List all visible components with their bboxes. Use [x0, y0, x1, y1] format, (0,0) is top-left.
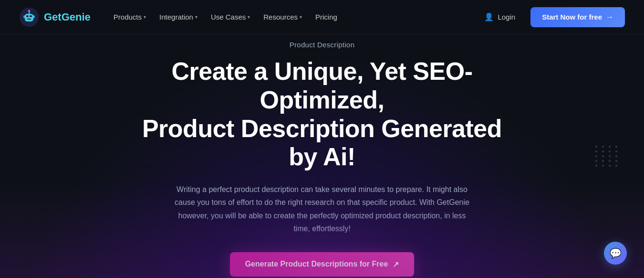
- hero-title: Create a Unique, Yet SEO-Optimized, Prod…: [126, 57, 518, 171]
- nav-item-resources[interactable]: Resources ▾: [258, 9, 308, 25]
- hero-subtitle: Writing a perfect product description ca…: [174, 183, 470, 235]
- external-link-icon: ↗: [393, 260, 399, 269]
- chat-bubble-button[interactable]: 💬: [604, 242, 627, 265]
- hero-section: Product Description Create a Unique, Yet…: [0, 34, 644, 278]
- chevron-down-icon: ▾: [195, 14, 197, 20]
- hero-tag: Product Description: [290, 41, 355, 49]
- svg-rect-8: [33, 15, 35, 18]
- cta-button[interactable]: Generate Product Descriptions for Free ↗: [230, 252, 415, 277]
- nav-right: 👤 Login Start Now for free →: [478, 7, 625, 27]
- nav-item-integration[interactable]: Integration ▾: [154, 9, 203, 25]
- nav-item-products[interactable]: Products ▾: [108, 9, 152, 25]
- user-icon: 👤: [484, 12, 494, 21]
- chevron-down-icon: ▾: [300, 14, 302, 20]
- svg-rect-3: [30, 15, 32, 17]
- arrow-right-icon: →: [606, 13, 613, 21]
- logo[interactable]: GetGenie: [19, 7, 91, 27]
- nav-left: GetGenie Products ▾ Integration ▾ Use Ca…: [19, 7, 343, 27]
- svg-point-6: [28, 10, 31, 12]
- chat-icon: 💬: [610, 247, 622, 259]
- start-now-button[interactable]: Start Now for free →: [530, 7, 625, 27]
- logo-text: GetGenie: [44, 11, 91, 23]
- svg-rect-1: [25, 14, 33, 21]
- svg-rect-7: [23, 15, 25, 18]
- nav-item-use-cases[interactable]: Use Cases ▾: [205, 9, 256, 25]
- logo-icon: [19, 7, 39, 27]
- navbar: GetGenie Products ▾ Integration ▾ Use Ca…: [0, 0, 644, 34]
- svg-rect-4: [27, 19, 31, 20]
- nav-links: Products ▾ Integration ▾ Use Cases ▾ Res…: [108, 9, 343, 25]
- svg-rect-2: [26, 15, 29, 17]
- login-button[interactable]: 👤 Login: [478, 9, 521, 25]
- dots-decoration: [595, 146, 619, 167]
- nav-item-pricing[interactable]: Pricing: [310, 9, 343, 25]
- chevron-down-icon: ▾: [144, 14, 146, 20]
- chevron-down-icon: ▾: [248, 14, 250, 20]
